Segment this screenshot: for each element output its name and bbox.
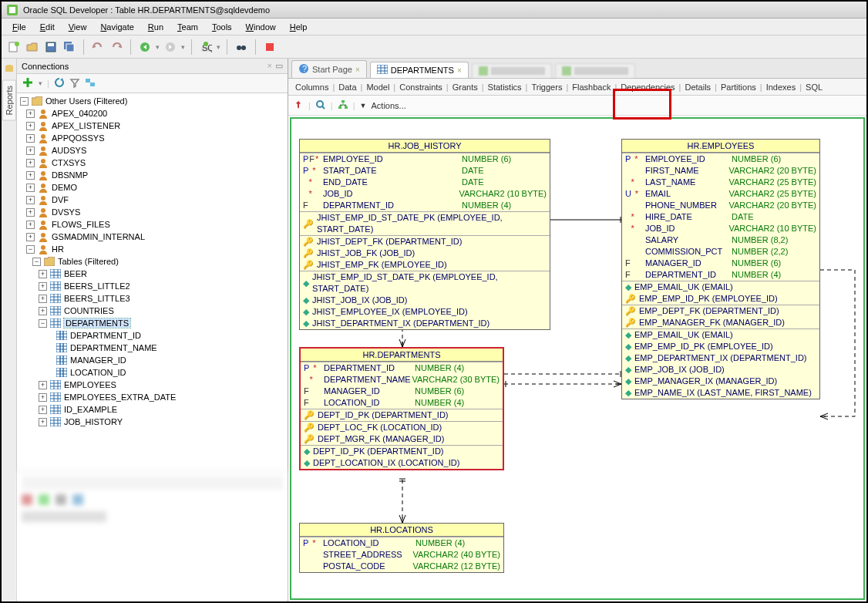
menu-navigate[interactable]: Navigate (94, 20, 140, 34)
close-tab-icon[interactable]: × (355, 66, 360, 74)
entity-departments[interactable]: HR.DEPARTMENTSP *DEPARTMENT_IDNUMBER (4)… (299, 347, 504, 470)
fk-row: 🔑JHIST_DEPT_FK (DEPARTMENT_ID) (300, 236, 550, 248)
actions-link[interactable]: Actions... (372, 101, 406, 110)
refresh-icon[interactable] (54, 77, 65, 89)
entity-employees[interactable]: HR.EMPLOYEESP *EMPLOYEE_IDNUMBER (6)FIRS… (621, 139, 820, 399)
tree-user[interactable]: APEX_040200 (52, 109, 107, 118)
menu-edit[interactable]: Edit (34, 20, 61, 34)
index-row: ◆JHIST_EMPLOYEE_IX (EMPLOYEE_ID) (300, 306, 550, 318)
layout-icon[interactable] (338, 99, 348, 112)
menu-team[interactable]: Team (171, 20, 204, 34)
tree-user[interactable]: APPQOSSYS (52, 133, 104, 143)
subtab-sql[interactable]: SQL (802, 81, 826, 93)
tree-column[interactable]: DEPARTMENT_ID (70, 331, 141, 340)
menu-view[interactable]: View (62, 20, 93, 34)
tree-table[interactable]: JOB_HISTORY (64, 417, 123, 426)
subtab-model[interactable]: Model (362, 81, 393, 93)
tree-user[interactable]: DEMO (52, 183, 77, 192)
tree-tables[interactable]: Tables (Filtered) (58, 257, 119, 266)
db-icon[interactable] (4, 63, 15, 76)
subtab-data[interactable]: Data (335, 81, 360, 93)
subtab-columns[interactable]: Columns (291, 81, 332, 93)
menu-run[interactable]: Run (142, 20, 170, 34)
undo-icon[interactable] (90, 39, 106, 55)
tree-user[interactable]: CTXSYS (52, 158, 86, 167)
column-row: STREET_ADDRESSVARCHAR2 (40 BYTE) (300, 549, 503, 561)
entity-locations[interactable]: HR.LOCATIONSP *LOCATION_IDNUMBER (4)STRE… (299, 523, 504, 573)
forward-icon[interactable] (163, 39, 178, 55)
menu-help[interactable]: Help (284, 20, 314, 34)
svg-point-22 (41, 134, 45, 139)
minimize-panel-icon[interactable]: ▭ (275, 61, 283, 71)
connections-title: Connections (22, 62, 69, 71)
editor-tab[interactable]: DEPARTMENTS× (370, 62, 469, 78)
editor-tab[interactable]: ?Start Page× (291, 60, 367, 78)
subtab-dependencies[interactable]: Dependencies (617, 81, 678, 93)
tree-user[interactable]: AUDSYS (52, 146, 86, 155)
fk-row: 🔑EMP_DEPT_FK (DEPARTMENT_ID) (622, 305, 819, 317)
tree-user[interactable]: GSMADMIN_INTERNAL (52, 232, 145, 241)
tree-table[interactable]: DEPARTMENTS (64, 318, 130, 328)
open-icon[interactable] (25, 39, 40, 55)
redo-icon[interactable] (109, 39, 124, 55)
subtab-flashback[interactable]: Flashback (568, 81, 614, 93)
tree-table[interactable]: EMPLOYEES (64, 380, 116, 389)
fk-row: 🔑JHIST_EMP_FK (EMPLOYEE_ID) (300, 259, 550, 271)
tree-user[interactable]: FLOWS_FILES (52, 220, 110, 229)
tree-table[interactable]: BEERS_LITTLE3 (64, 294, 130, 303)
sql-icon[interactable]: SQL (198, 39, 214, 55)
zoom-icon[interactable] (315, 99, 326, 112)
dropdown-icon[interactable]: ▼ (360, 102, 367, 109)
user-icon (37, 182, 49, 193)
tree-user[interactable]: APEX_LISTENER (52, 121, 120, 130)
tree-column[interactable]: DEPARTMENT_NAME (70, 343, 157, 352)
table-icon (49, 379, 62, 390)
tree-table[interactable]: BEERS_LITTLE2 (64, 281, 130, 291)
folder-icon (31, 96, 43, 106)
tree-user[interactable]: DVF (52, 195, 69, 204)
subtab-statistics[interactable]: Statistics (484, 81, 526, 93)
tree-root[interactable]: Other Users (Filtered) (45, 96, 127, 106)
tree-column[interactable]: LOCATION_ID (70, 368, 126, 377)
subtab-partitions[interactable]: Partitions (717, 81, 760, 93)
column-row: SALARYNUMBER (8,2) (622, 234, 819, 246)
save-all-icon[interactable] (62, 39, 77, 55)
tree-user-hr[interactable]: HR (52, 244, 64, 254)
close-panel-icon[interactable]: × (267, 61, 272, 71)
tree-table[interactable]: EMPLOYEES_EXTRA_DATE (64, 392, 176, 402)
new-icon[interactable] (6, 39, 22, 55)
tns-icon[interactable] (85, 77, 96, 89)
entity-job-history[interactable]: HR.JOB_HISTORYPF*EMPLOYEE_IDNUMBER (6)P … (299, 139, 550, 330)
svg-point-25 (41, 171, 45, 176)
subtab-triggers[interactable]: Triggers (527, 81, 566, 93)
index-icon: ◆ (625, 364, 631, 376)
tree-table[interactable]: COUNTRIES (64, 306, 114, 315)
tree-user[interactable]: DVSYS (52, 207, 80, 217)
close-tab-icon[interactable]: × (457, 66, 462, 75)
pin-icon[interactable] (293, 99, 304, 112)
entity-title: HR.EMPLOYEES (622, 140, 819, 153)
reports-tab[interactable]: Reports (2, 80, 16, 121)
new-connection-icon[interactable] (22, 76, 34, 90)
tree-table[interactable]: ID_EXAMPLE (64, 405, 117, 414)
subtab-indexes[interactable]: Indexes (762, 81, 800, 93)
svg-rect-81 (50, 380, 61, 389)
save-icon[interactable] (43, 39, 59, 55)
stop-icon[interactable] (262, 39, 278, 55)
subtab-grants[interactable]: Grants (449, 81, 482, 93)
menu-window[interactable]: Window (240, 20, 282, 34)
subtab-details[interactable]: Details (681, 81, 715, 93)
menu-file[interactable]: File (6, 20, 32, 34)
menu-tools[interactable]: Tools (206, 20, 238, 34)
back-icon[interactable] (137, 39, 153, 55)
binoculars-icon[interactable] (234, 39, 249, 55)
connections-tree[interactable]: −Other Users (Filtered)+APEX_040200+APEX… (17, 93, 288, 470)
tree-column[interactable]: MANAGER_ID (70, 355, 126, 365)
filter-icon[interactable] (69, 77, 80, 89)
tree-table[interactable]: BEER (64, 269, 87, 278)
editor-tab-inactive[interactable] (555, 63, 635, 78)
editor-tab-inactive[interactable] (472, 63, 552, 78)
tree-user[interactable]: DBSNMP (52, 170, 88, 180)
model-canvas[interactable]: HR.JOB_HISTORYPF*EMPLOYEE_IDNUMBER (6)P … (288, 116, 866, 601)
subtab-constraints[interactable]: Constraints (395, 81, 446, 93)
